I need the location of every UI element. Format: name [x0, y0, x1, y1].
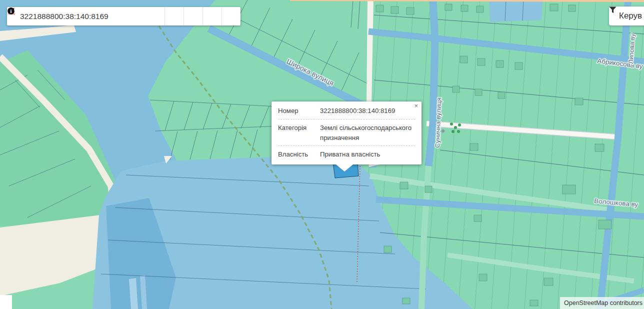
- popup-label: Номер: [278, 106, 320, 116]
- unloaded-tile: [0, 295, 12, 309]
- svg-text:i: i: [10, 8, 12, 14]
- popup-value: 3221888800:38:140:8169: [320, 106, 415, 116]
- search-bar: i: [7, 7, 240, 26]
- popup-row-ownership: Власність Приватна власність: [278, 146, 415, 162]
- map-attribution: OpenStreetMap contributors |: [560, 297, 644, 309]
- popup-label: Категорія: [278, 123, 320, 143]
- search-input[interactable]: [19, 12, 164, 22]
- map-application: Широка вулиця Сунична вулиця Абрикосова …: [0, 0, 644, 309]
- popup-value: Приватна власність: [320, 150, 415, 160]
- parcel-info-popup: × Номер 3221888800:38:140:8169 Категорія…: [272, 102, 422, 164]
- popup-value: Землі сільськогосподарського призначення: [320, 123, 415, 143]
- layers-button-label: Керув: [619, 11, 642, 21]
- popup-row-number: Номер 3221888800:38:140:8169: [278, 102, 415, 120]
- popup-tail: [336, 164, 353, 172]
- osm-attribution-link[interactable]: OpenStreetMap contributors |: [564, 300, 644, 306]
- download-button[interactable]: [164, 7, 184, 26]
- popup-label: Власність: [278, 150, 320, 160]
- layers-button[interactable]: Керув: [609, 6, 644, 26]
- warning-button[interactable]: [184, 7, 202, 26]
- refresh-button[interactable]: [202, 7, 222, 26]
- info-button[interactable]: i: [222, 7, 240, 26]
- popup-close-button[interactable]: ×: [414, 102, 418, 110]
- blue-block-top: [489, 0, 542, 22]
- popup-row-category: Категорія Землі сільськогосподарського п…: [278, 120, 415, 146]
